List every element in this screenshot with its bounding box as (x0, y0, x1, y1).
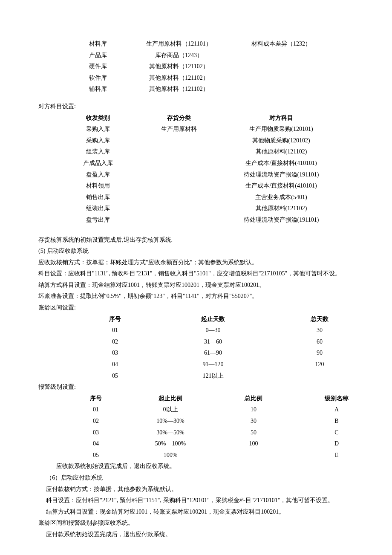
cell: 销售出库 (64, 192, 132, 203)
cell: 0—30 (156, 325, 271, 336)
alarm-label: 报警级别设置: (38, 382, 354, 393)
cell: 生产用原材料 (132, 124, 226, 135)
table-row: 04 91—120 120 (75, 359, 373, 370)
header-cell: 序号 (64, 393, 128, 405)
table-row: 辅料库 其他原材料（121102） (64, 84, 379, 95)
table-row: 04 50%—100% 100 D (64, 438, 388, 450)
cell: 02 (64, 416, 128, 427)
table-row: 03 30%—50% 50 C (64, 427, 388, 439)
cell: 其他原材料（121102） (132, 72, 226, 84)
header-cell: 序号 (75, 314, 156, 325)
cell (226, 61, 337, 72)
header-cell: 总比例 (213, 393, 294, 405)
table-row: 盘亏出库 待处理流动资产损溢(191101) (64, 214, 379, 226)
header-cell: 起止比例 (128, 393, 213, 405)
cell: 其他物质采购(120102) (226, 135, 337, 147)
cell: 60 (271, 336, 369, 348)
table-row: 01 0以上 10 A (64, 404, 388, 416)
cell: 100% (128, 450, 213, 461)
cell: 04 (75, 359, 156, 370)
paragraph: 结算方式科目设置：现金结算对应1001，转账支票对应100201，现金支票对应1… (38, 280, 354, 291)
cell: 05 (64, 450, 128, 461)
cell: 其他原材料(121102) (226, 203, 337, 214)
cell: 待处理流动资产损溢(191101) (226, 214, 337, 226)
cell (132, 135, 226, 147)
cell: 0以上 (128, 404, 213, 416)
cell: 产成品入库 (64, 158, 132, 169)
header-cell: 存货分类 (132, 113, 226, 124)
cell: 04 (64, 438, 128, 450)
table-row: 盘盈入库 待处理流动资产损溢(191101) (64, 169, 379, 181)
cell: 01 (64, 404, 128, 416)
cell: 05 (75, 370, 156, 382)
cell (271, 370, 369, 382)
cell: 91—120 (156, 359, 271, 370)
table-row: 材料领用 生产成本/直接材料(410101) (64, 180, 379, 192)
cell: 30%—50% (128, 427, 213, 439)
cell (132, 192, 226, 203)
cell: 31—60 (156, 336, 271, 348)
cell: 10 (213, 404, 294, 416)
cell: 生产成本/直接材料(410101) (226, 180, 337, 192)
cell: 50 (213, 427, 294, 439)
cell: 采购入库 (64, 135, 132, 147)
table-row: 05 121以上 (75, 370, 373, 382)
cell: 121以上 (156, 370, 271, 382)
cell: 待处理流动资产损溢(191101) (226, 169, 337, 181)
cell: 材料成本差异（1232） (226, 38, 337, 50)
cell: 02 (75, 336, 156, 348)
header-cell: 总天数 (271, 314, 369, 325)
paragraph: 坏账准备设置：提取比例"0.5%"，期初余额"123"，科目"1141"，对方科… (38, 291, 354, 302)
cell (132, 158, 226, 169)
table-row: 采购入库 其他物质采购(120102) (64, 135, 379, 147)
cell: 30 (271, 325, 369, 336)
aging-table: 序号 起止天数 总天数 01 0—30 30 02 31—60 60 03 61… (75, 314, 373, 382)
table-row: 05 100% E (64, 450, 388, 461)
section-5-title: (5) 启动应收款系统 (38, 246, 354, 257)
cell (213, 450, 294, 461)
paragraph: 应付款核销方式：按单据，其他参数为系统默认。 (38, 484, 354, 495)
cell: 组装出库 (64, 203, 132, 214)
cell: 其他原材料(121102) (226, 146, 337, 158)
cell: 生产用物质采购(120101) (226, 124, 337, 135)
cell (226, 50, 337, 61)
table-header: 收发类别 存货分类 对方科目 (64, 113, 379, 124)
cell: 软件库 (64, 72, 132, 84)
cell: 辅料库 (64, 84, 132, 95)
cell: 01 (75, 325, 156, 336)
table-row: 01 0—30 30 (75, 325, 373, 336)
cell (132, 146, 226, 158)
cell: 03 (64, 427, 128, 439)
header-cell: 起止天数 (156, 314, 271, 325)
cell: 采购入库 (64, 124, 132, 135)
header-cell: 级别名称 (294, 393, 379, 405)
cell: 生产用原材料（121101） (132, 38, 226, 50)
counter-subject-table: 收发类别 存货分类 对方科目 采购入库 生产用原材料 生产用物质采购(12010… (64, 113, 379, 226)
warehouse-table: 材料库 生产用原材料（121101） 材料成本差异（1232） 产品库 库存商品… (64, 38, 379, 95)
header-cell: 收发类别 (64, 113, 132, 124)
table-row: 销售出库 主营业务成本(5401) (64, 192, 379, 203)
paragraph: 结算方式科目设置：现金结算对应1001，转账支票对应100201，现金支票对应科… (38, 506, 354, 518)
table-row: 组装出库 其他原材料(121102) (64, 203, 379, 214)
table-row: 采购入库 生产用原材料 生产用物质采购(120101) (64, 124, 379, 135)
cell: B (294, 416, 379, 427)
cell: C (294, 427, 379, 439)
paragraph: 应付款系统初始设置完成后，退出应付款系统。 (38, 529, 354, 541)
cell: 盘亏出库 (64, 214, 132, 226)
cell: 盘盈入库 (64, 169, 132, 181)
cell: 产品库 (64, 50, 132, 61)
cell (132, 169, 226, 181)
cell: 其他原材料（121102） (132, 84, 226, 95)
counter-subject-label: 对方科目设置: (38, 101, 354, 113)
cell: A (294, 404, 379, 416)
table-row: 02 31—60 60 (75, 336, 373, 348)
cell: 10%—30% (128, 416, 213, 427)
inventory-exit-text: 存货核算系统的初始设置完成后,退出存货核算系统. (38, 234, 354, 246)
cell: E (294, 450, 379, 461)
cell: 03 (75, 347, 156, 359)
table-row: 软件库 其他原材料（121102） (64, 72, 379, 84)
cell: 材料库 (64, 38, 132, 50)
table-header: 序号 起止天数 总天数 (75, 314, 373, 325)
alarm-table: 序号 起止比例 总比例 级别名称 01 0以上 10 A 02 10%—30% … (64, 393, 388, 461)
cell: 61—90 (156, 347, 271, 359)
